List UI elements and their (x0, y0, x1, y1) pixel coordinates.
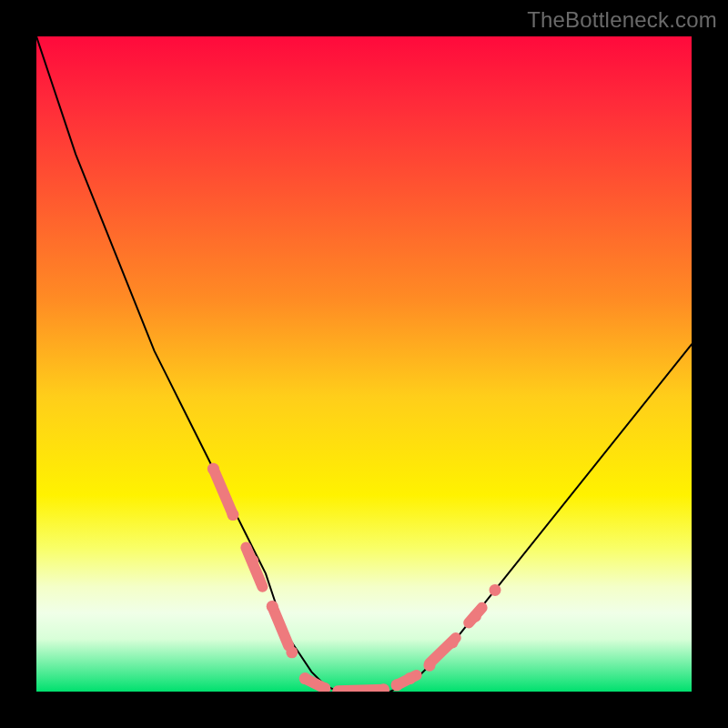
bottleneck-curve (36, 36, 692, 692)
svg-line-3 (305, 679, 325, 689)
svg-point-11 (267, 601, 278, 612)
svg-point-16 (359, 686, 370, 693)
svg-point-18 (391, 679, 403, 691)
svg-point-9 (228, 509, 239, 521)
svg-point-20 (424, 660, 436, 672)
svg-point-23 (490, 584, 501, 596)
curve-layer (36, 36, 692, 692)
svg-point-14 (318, 682, 330, 692)
marker-segments (213, 469, 481, 691)
svg-line-1 (246, 548, 262, 587)
svg-point-17 (378, 683, 389, 692)
svg-line-6 (430, 638, 456, 663)
svg-point-22 (470, 611, 481, 622)
svg-point-19 (404, 672, 416, 684)
marker-dots (207, 463, 501, 692)
svg-point-8 (207, 463, 219, 475)
svg-point-12 (286, 646, 298, 658)
svg-line-2 (272, 606, 288, 645)
watermark-text: TheBottleneck.com (527, 7, 717, 33)
svg-point-15 (339, 686, 350, 693)
plot-area (36, 36, 692, 692)
svg-point-10 (247, 555, 258, 567)
chart-stage: TheBottleneck.com (0, 0, 728, 728)
svg-line-5 (397, 675, 417, 685)
svg-line-0 (213, 469, 233, 514)
svg-point-13 (299, 672, 311, 684)
svg-line-4 (338, 690, 383, 691)
svg-line-7 (469, 608, 481, 623)
svg-point-21 (447, 637, 459, 649)
